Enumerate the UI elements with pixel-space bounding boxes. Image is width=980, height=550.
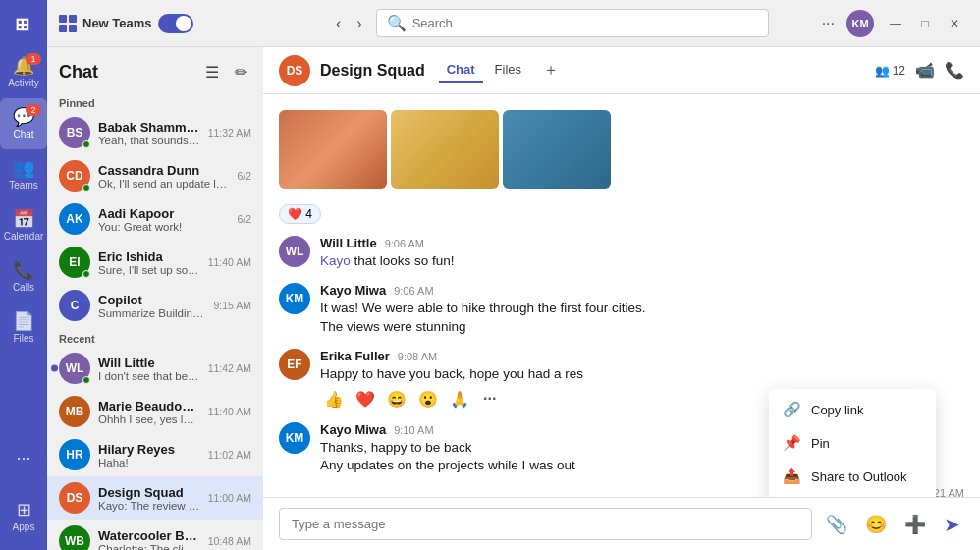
- add-button[interactable]: ➕: [900, 510, 930, 539]
- chat-name: Hilary Reyes: [98, 442, 200, 457]
- ctx-share-outlook-label: Share to Outlook: [811, 469, 907, 484]
- send-button[interactable]: ➤: [940, 509, 964, 540]
- new-chat-button[interactable]: ✏: [231, 61, 251, 83]
- chat-item-copilot[interactable]: C Copilot Summarize Building supplier.do…: [47, 284, 263, 327]
- chat-preview: Summarize Building supplier.doc and Sus.…: [98, 307, 205, 319]
- back-button[interactable]: ‹: [330, 11, 347, 36]
- sidebar-item-chat[interactable]: 💬 Chat 2: [0, 98, 47, 149]
- sidebar-item-teams[interactable]: 👥 Teams: [0, 149, 47, 200]
- msg-time-kayo2: 9:10 AM: [394, 424, 433, 436]
- chat-name: Copilot: [98, 293, 205, 307]
- context-menu: 🔗 Copy link 📌 Pin 📤 Share to Outlook 🔖 S…: [769, 389, 936, 497]
- messages-area: ❤️ 4 WL Will Little 9:06 AM Kayo that lo…: [263, 94, 980, 497]
- avatar-kayo: KM: [279, 283, 310, 314]
- msg-sender-kayo1: Kayo Miwa: [320, 283, 386, 298]
- svg-rect-4: [59, 25, 67, 32]
- chat-item-watercooler-buddies[interactable]: WB Watercooler Buddies Charlotte: The cl…: [47, 520, 263, 550]
- topbar: New Teams ‹ › 🔍 ··· KM — □ ✕: [47, 0, 980, 47]
- more-emoji-button[interactable]: ···: [477, 388, 502, 410]
- minimize-button[interactable]: —: [882, 10, 909, 37]
- avatar-will-little: WL: [279, 236, 310, 267]
- sidebar-item-calls[interactable]: 📞 Calls: [0, 251, 47, 302]
- calls-icon: 📞: [13, 261, 34, 279]
- avatar: CD: [59, 160, 90, 192]
- chat-info: Hilary Reyes Haha!: [98, 442, 200, 468]
- new-teams-toggle[interactable]: [158, 14, 193, 33]
- teams-icon: 👥: [13, 159, 34, 177]
- topbar-logo-area: New Teams: [59, 14, 322, 33]
- chat-name: Cassandra Dunn: [98, 163, 229, 178]
- close-button[interactable]: ✕: [941, 10, 968, 37]
- video-call-button[interactable]: 📹: [915, 61, 935, 80]
- emoji-heart[interactable]: ❤️: [352, 388, 379, 411]
- ctx-item-save-message[interactable]: 🔖 Save this message: [769, 493, 936, 497]
- audio-call-button[interactable]: 📞: [945, 61, 964, 80]
- chat-preview: Kayo: The review went really well! Can't…: [98, 500, 200, 512]
- heart-reaction[interactable]: ❤️ 4: [279, 204, 321, 224]
- unread-dot: [51, 365, 58, 372]
- emoji-laugh[interactable]: 😄: [383, 388, 410, 411]
- chat-item-will-little[interactable]: WL Will Little I don't see that being an…: [47, 347, 263, 390]
- ctx-item-share-outlook[interactable]: 📤 Share to Outlook: [769, 460, 936, 493]
- chat-name: Watercooler Buddies: [98, 528, 200, 543]
- mention-kayo: Kayo: [320, 253, 351, 268]
- message-will-little: WL Will Little 9:06 AM Kayo that looks s…: [279, 236, 964, 271]
- chat-time: 6/2: [237, 213, 251, 225]
- search-input[interactable]: [412, 16, 758, 30]
- chat-name: Eric Ishida: [98, 249, 200, 264]
- chat-item-marie-beaudouin[interactable]: MB Marie Beaudouin Ohhh I see, yes let m…: [47, 390, 263, 433]
- pinned-section-label: Pinned: [47, 91, 263, 111]
- attach-button[interactable]: 📎: [822, 510, 851, 539]
- copy-link-icon: 🔗: [783, 401, 801, 418]
- chat-item-cassandra-dunn[interactable]: CD Cassandra Dunn Ok, I'll send an updat…: [47, 154, 263, 197]
- chat-time: 11:42 AM: [208, 362, 251, 374]
- chat-preview: Charlotte: The client was pretty happy w…: [98, 543, 200, 551]
- emoji-surprised[interactable]: 😮: [414, 388, 442, 411]
- tab-files[interactable]: Files: [487, 58, 529, 82]
- filter-button[interactable]: ☰: [201, 61, 223, 83]
- avatar: WL: [59, 353, 90, 384]
- member-count-button[interactable]: 👥 12: [875, 64, 905, 78]
- msg-sender-erika: Erika Fuller: [320, 349, 390, 363]
- channel-header: DS Design Squad Chat Files ＋ 👥 12 📹 📞: [263, 47, 980, 94]
- ctx-pin-label: Pin: [811, 436, 830, 451]
- ctx-item-copy-link[interactable]: 🔗 Copy link: [769, 393, 936, 426]
- chat-item-babak-shammas[interactable]: BS Babak Shammas Yeah, that sounds great…: [47, 111, 263, 154]
- status-badge: [82, 376, 90, 384]
- message-image-3: [503, 110, 611, 189]
- forward-button[interactable]: ›: [351, 11, 367, 36]
- user-avatar[interactable]: KM: [846, 10, 874, 37]
- chat-item-aadi-kapoor[interactable]: AK Aadi Kapoor You: Great work! 6/2: [47, 197, 263, 241]
- compose-input[interactable]: [279, 508, 812, 540]
- sidebar-item-files[interactable]: 📄 Files: [0, 302, 47, 354]
- msg-time-will: 9:06 AM: [385, 238, 424, 249]
- chat-item-eric-ishida[interactable]: EI Eric Ishida Sure, I'll set up somethi…: [47, 241, 263, 284]
- sidebar-item-apps[interactable]: ⊞ Apps: [0, 491, 47, 542]
- chat-info: Aadi Kapoor You: Great work!: [98, 206, 229, 233]
- chat-name: Babak Shammas: [98, 120, 200, 135]
- chat-time: 11:40 AM: [208, 256, 251, 268]
- recent-chats: WL Will Little I don't see that being an…: [47, 347, 263, 550]
- chat-preview: Ok, I'll send an update later.: [98, 178, 229, 190]
- tab-chat[interactable]: Chat: [439, 58, 483, 82]
- emoji-pray[interactable]: 🙏: [446, 388, 473, 411]
- chat-item-design-squad[interactable]: DS Design Squad Kayo: The review went re…: [47, 476, 263, 520]
- chat-time: 6/2: [237, 170, 251, 182]
- emoji-picker-button[interactable]: 😊: [861, 510, 891, 539]
- reaction-row: ❤️ 4: [279, 204, 964, 224]
- msg-time-kayo1: 9:06 AM: [394, 285, 433, 297]
- avatar: EI: [59, 247, 90, 278]
- emoji-thumbs-up[interactable]: 👍: [320, 388, 348, 411]
- search-bar[interactable]: 🔍: [376, 9, 769, 37]
- sidebar-item-more[interactable]: ···: [0, 432, 47, 483]
- people-icon: 👥: [875, 64, 890, 78]
- more-options-button[interactable]: ···: [818, 11, 839, 36]
- sidebar-item-activity[interactable]: 🔔 Activity 1: [0, 47, 47, 98]
- chat-name: Aadi Kapoor: [98, 206, 229, 221]
- chat-item-hilary-reyes[interactable]: HR Hilary Reyes Haha! 11:02 AM: [47, 433, 263, 476]
- ctx-item-pin[interactable]: 📌 Pin: [769, 426, 936, 460]
- sidebar-item-calendar[interactable]: 📅 Calendar: [0, 200, 47, 251]
- nav-buttons: ‹ ›: [330, 11, 368, 36]
- add-tab-button[interactable]: ＋: [539, 60, 563, 81]
- maximize-button[interactable]: □: [911, 10, 939, 37]
